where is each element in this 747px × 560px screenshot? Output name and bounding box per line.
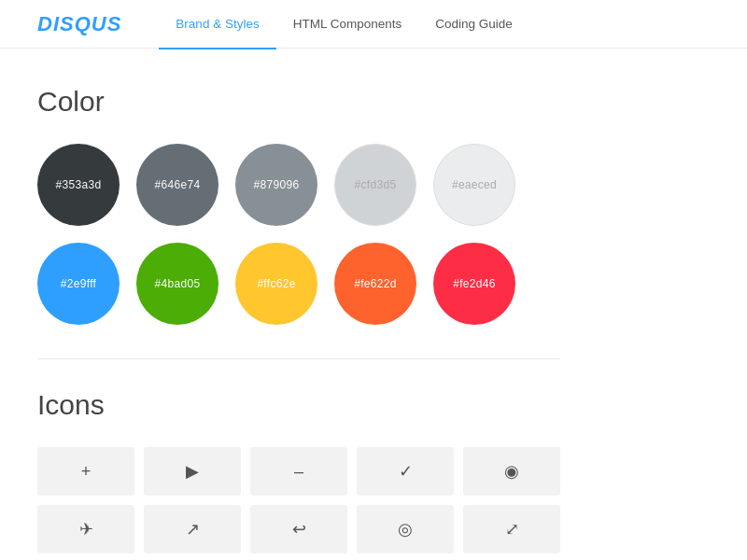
- color-section: Color #353a3d#646e74#879096#cfd3d5#eaece…: [37, 86, 560, 325]
- share-icon[interactable]: ↗: [144, 505, 241, 553]
- color-title: Color: [37, 86, 560, 118]
- color-swatch: #2e9fff: [37, 243, 120, 325]
- color-swatch: #ffc62e: [235, 243, 317, 325]
- color-row-2: #2e9fff#4bad05#ffc62e#fe622d#fe2d46: [37, 243, 560, 325]
- icons-section: Icons +▶–✓◉✈↗↩◎⤢↪★∨∧≋✉→✎⌕⚙: [37, 389, 560, 560]
- logo[interactable]: DISQUS: [37, 12, 121, 36]
- color-swatch: #fe2d46: [433, 243, 515, 325]
- camera-icon[interactable]: ◎: [357, 505, 454, 553]
- color-swatch: #4bad05: [136, 243, 218, 325]
- sidebar: [560, 86, 710, 560]
- color-swatch: #fe622d: [334, 243, 416, 325]
- color-swatch: #646e74: [136, 144, 218, 226]
- plus-icon[interactable]: +: [37, 447, 134, 496]
- header: DISQUS Brand & Styles HTML Components Co…: [0, 0, 747, 49]
- main-layout: Color #353a3d#646e74#879096#cfd3d5#eaece…: [0, 49, 747, 560]
- color-swatch: #cfd3d5: [334, 144, 416, 226]
- minus-icon[interactable]: –: [250, 447, 347, 496]
- color-swatch: #879096: [235, 144, 317, 226]
- color-swatch: #eaeced: [433, 144, 515, 226]
- rocket-icon[interactable]: ✈: [37, 505, 134, 553]
- icons-title: Icons: [37, 389, 560, 421]
- nav-html-components[interactable]: HTML Components: [276, 1, 419, 49]
- nav-brand-styles[interactable]: Brand & Styles: [159, 1, 275, 49]
- content-area: Color #353a3d#646e74#879096#cfd3d5#eaece…: [37, 86, 560, 560]
- external-icon[interactable]: ⤢: [463, 505, 560, 553]
- color-swatch: #353a3d: [37, 144, 120, 226]
- section-divider: [37, 358, 560, 359]
- icon-grid: +▶–✓◉✈↗↩◎⤢↪★∨∧≋✉→✎⌕⚙: [37, 447, 560, 560]
- color-row-1: #353a3d#646e74#879096#cfd3d5#eaeced: [37, 144, 560, 226]
- check-icon[interactable]: ✓: [357, 447, 454, 496]
- reply-icon[interactable]: ↩: [250, 505, 347, 553]
- nav: Brand & Styles HTML Components Coding Gu…: [159, 0, 529, 48]
- comment-icon[interactable]: ◉: [463, 447, 560, 496]
- nav-coding-guide[interactable]: Coding Guide: [418, 1, 529, 49]
- play-icon[interactable]: ▶: [144, 447, 241, 496]
